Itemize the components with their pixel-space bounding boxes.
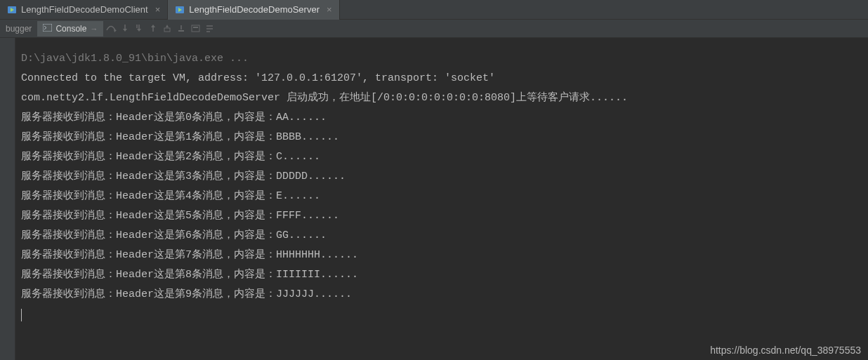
output-line: 服务器接收到消息：Header这是第2条消息，内容是：C......	[21, 147, 862, 167]
svg-marker-5	[114, 29, 117, 32]
trace-icon[interactable]	[203, 22, 216, 36]
close-icon[interactable]: ×	[155, 4, 161, 15]
tab-client[interactable]: LengthFieldDecodeDemoClient ×	[0, 0, 168, 20]
output-line: 服务器接收到消息：Header这是第7条消息，内容是：HHHHHHH......	[21, 246, 862, 265]
run-icon	[175, 5, 185, 15]
console-icon	[43, 24, 52, 34]
step-into-icon[interactable]	[119, 22, 131, 36]
svg-rect-13	[193, 27, 198, 28]
gutter	[0, 38, 15, 360]
step-over-icon[interactable]	[105, 22, 117, 36]
svg-rect-9	[164, 28, 170, 32]
force-step-into-icon[interactable]	[133, 22, 145, 36]
svg-rect-11	[178, 30, 184, 32]
step-out-icon[interactable]	[147, 22, 159, 36]
output-line: 服务器接收到消息：Header这是第3条消息，内容是：DDDDD......	[21, 167, 862, 187]
evaluate-icon[interactable]	[189, 22, 202, 36]
debug-toolbar: bugger Console →	[0, 20, 868, 38]
svg-rect-12	[192, 25, 199, 32]
debugger-tab[interactable]: bugger	[1, 24, 36, 34]
output-line: 服务器接收到消息：Header这是第5条消息，内容是：FFFF......	[21, 206, 862, 226]
caret-line	[21, 305, 862, 324]
output-line: 服务器接收到消息：Header这是第8条消息，内容是：IIIIIII......	[21, 265, 862, 285]
output-line: com.netty2.lf.LengthFieldDecodeDemoServe…	[21, 88, 862, 108]
console-tab[interactable]: Console →	[37, 21, 103, 36]
tab-label: LengthFieldDecodeDemoServer	[189, 4, 320, 15]
run-icon	[7, 5, 17, 15]
tab-server[interactable]: LengthFieldDecodeDemoServer ×	[168, 0, 339, 20]
output-line: 服务器接收到消息：Header这是第6条消息，内容是：GG......	[21, 226, 862, 246]
close-icon[interactable]: ×	[327, 4, 332, 15]
pin-icon: →	[90, 25, 98, 33]
command-line: D:\java\jdk1.8.0_91\bin\java.exe ...	[21, 49, 862, 69]
output-line: 服务器接收到消息：Header这是第9条消息，内容是：JJJJJJ......	[21, 285, 862, 305]
tab-label: LengthFieldDecodeDemoClient	[21, 4, 148, 15]
run-to-cursor-icon[interactable]	[175, 22, 188, 36]
svg-marker-10	[166, 25, 169, 27]
console-tab-label: Console	[55, 24, 86, 34]
watermark: https://blog.csdn.net/qq_38975553	[710, 345, 861, 356]
output-line: 服务器接收到消息：Header这是第1条消息，内容是：BBBB......	[21, 128, 862, 147]
output-line: Connected to the target VM, address: '12…	[21, 69, 862, 88]
run-config-tabs: LengthFieldDecodeDemoClient × LengthFiel…	[0, 0, 868, 20]
output-line: 服务器接收到消息：Header这是第4条消息，内容是：E......	[21, 187, 862, 206]
svg-rect-4	[43, 24, 52, 32]
svg-marker-6	[123, 29, 127, 32]
console-output[interactable]: D:\java\jdk1.8.0_91\bin\java.exe ... Con…	[15, 38, 868, 360]
drop-frame-icon[interactable]	[161, 22, 173, 36]
svg-marker-7	[137, 29, 141, 32]
svg-marker-8	[151, 25, 155, 27]
output-line: 服务器接收到消息：Header这是第0条消息，内容是：AA......	[21, 108, 862, 128]
